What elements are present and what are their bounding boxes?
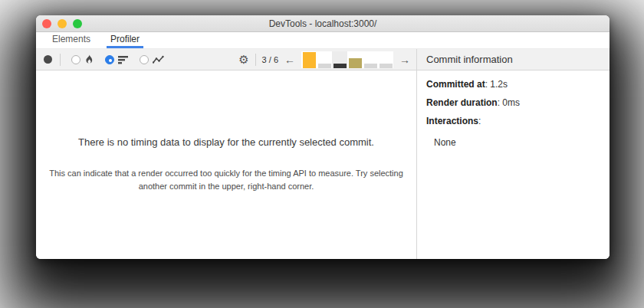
line-chart-icon — [153, 55, 164, 64]
ranked-chart-icon — [118, 55, 129, 64]
commit-info-body: Committed at: 1.2s Render duration: 0ms … — [417, 70, 610, 259]
toolbar-divider — [255, 54, 256, 66]
minimize-window-button[interactable] — [58, 19, 67, 28]
commit-info-header: Commit information — [417, 49, 610, 70]
toolbar-divider — [60, 54, 61, 66]
committed-at-value: : 1.2s — [485, 79, 508, 90]
view-ranked[interactable] — [105, 55, 129, 64]
next-commit-arrow[interactable]: → — [399, 54, 410, 65]
zoom-window-button[interactable] — [73, 19, 82, 28]
commit-bar[interactable] — [301, 51, 317, 68]
commit-bar[interactable] — [378, 51, 393, 68]
interactions-colon: : — [478, 116, 481, 126]
interactions-field: Interactions: — [426, 116, 600, 126]
tab-elements-label: Elements — [52, 34, 90, 44]
no-timing-data-subtitle: This can indicate that a render occurred… — [45, 167, 407, 192]
interactions-label: Interactions — [426, 116, 478, 126]
profiler-toolbar: ⚙ 3 / 6 ← → — [36, 49, 416, 70]
interactions-radio[interactable] — [140, 55, 149, 64]
tab-profiler-label: Profiler — [110, 34, 140, 44]
commit-bar[interactable] — [332, 51, 347, 68]
flamegraph-radio[interactable] — [71, 55, 80, 64]
commit-bar[interactable] — [317, 51, 332, 68]
profiler-pane: ⚙ 3 / 6 ← → There is no timing data to d… — [36, 49, 416, 259]
close-window-button[interactable] — [42, 19, 51, 28]
commit-info-pane: Commit information Committed at: 1.2s Re… — [416, 49, 610, 259]
tab-profiler[interactable]: Profiler — [107, 32, 143, 48]
render-duration-value: : 0ms — [498, 97, 520, 108]
record-button[interactable] — [44, 55, 52, 64]
interactions-none-value: None — [434, 137, 600, 148]
ranked-radio[interactable] — [105, 55, 114, 64]
render-duration-label: Render duration — [426, 97, 498, 108]
devtools-window: DevTools - localhost:3000/ Elements Prof… — [36, 15, 610, 259]
prev-commit-arrow[interactable]: ← — [284, 54, 295, 65]
settings-gear-icon[interactable]: ⚙ — [238, 54, 248, 65]
no-timing-data-title: There is no timing data to display for t… — [78, 136, 374, 148]
commit-bar[interactable] — [347, 51, 363, 68]
commit-counter: 3 / 6 — [262, 55, 278, 64]
tab-elements[interactable]: Elements — [48, 32, 94, 48]
profiler-main-area: There is no timing data to display for t… — [36, 70, 416, 259]
titlebar: DevTools - localhost:3000/ — [36, 15, 610, 32]
commit-selector[interactable] — [301, 51, 393, 68]
committed-at-field: Committed at: 1.2s — [426, 79, 600, 90]
tab-bar: Elements Profiler — [36, 32, 610, 49]
screen: DevTools - localhost:3000/ Elements Prof… — [0, 0, 644, 308]
committed-at-label: Committed at — [426, 79, 485, 90]
view-interactions[interactable] — [140, 55, 164, 64]
render-duration-field: Render duration: 0ms — [426, 97, 600, 108]
commit-bar[interactable] — [363, 51, 378, 68]
view-flamegraph[interactable] — [71, 54, 94, 64]
flame-icon — [84, 54, 94, 64]
window-title: DevTools - localhost:3000/ — [269, 18, 377, 29]
traffic-lights — [42, 19, 82, 28]
